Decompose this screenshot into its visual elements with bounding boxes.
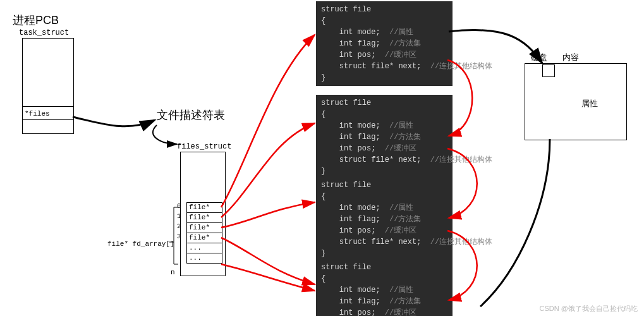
fdtable-subtitle: files_struct [177,142,231,151]
fd-idx-1: 1 [177,212,181,220]
fd-cell-0: file* [187,203,222,212]
disk-small-box [542,64,555,77]
fd-cell-2: file* [187,222,222,233]
attr-label: 属性 [581,98,598,109]
content-label: 内容 [562,52,579,63]
struct-file-2: struct file { int mode; //属性 int flag; /… [316,95,453,179]
disk-label: 磁盘 [531,52,547,63]
fdtable-title: 文件描述符表 [157,107,225,123]
fd-cell-3: file* [187,233,222,243]
disk-big-box [525,63,627,140]
pcb-subtitle: task_struct [19,28,69,37]
watermark: CSDN @饿了我会自己捡代码吃 [540,304,638,313]
fd-idx-0: 0 [177,202,181,210]
struct-file-3: struct file { int mode; //属性 int flag; /… [316,177,453,262]
fd-cell-1: file* [187,212,222,222]
pcb-files-text: *files [23,110,50,118]
pcb-title: 进程PCB [13,13,59,28]
fd-array-label: file* fd_array[] [107,240,174,248]
fd-idx-n: n [171,269,175,276]
fd-cell-5: ... [187,253,222,263]
struct-file-1: struct file { int mode; //属性 int flag; /… [316,1,453,86]
pcb-files-field: *files [22,106,74,120]
struct-file-4: struct file { int mode; //属性 int flag; /… [316,259,453,316]
fd-idx-3: 3 [177,233,181,240]
fd-idx-2: 2 [177,222,181,230]
fd-cell-4: ... [187,243,222,253]
